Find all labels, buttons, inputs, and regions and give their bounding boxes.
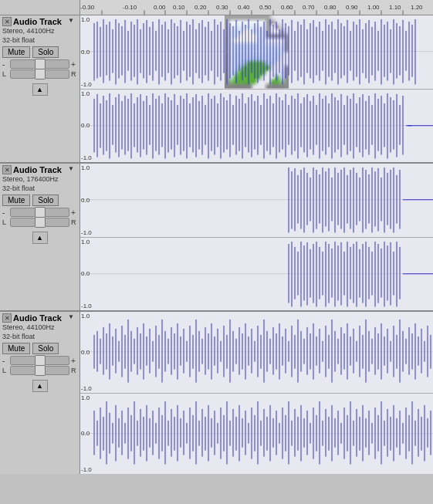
track-1-pan-row: L R [2, 69, 77, 79]
track-3-ch2-svg [80, 394, 433, 475]
track-3-channel-2: 1.0 0.0 -1.0 [80, 394, 433, 475]
track-2-mute-button[interactable]: Mute [2, 194, 30, 206]
svg-text:0.40: 0.40 [238, 5, 250, 12]
track-3-pan-r: R [71, 367, 77, 374]
svg-text:0.60: 0.60 [281, 5, 293, 12]
track-2: ✕ Audio Track ▼ Stereo, 176400Hz 32-bit … [0, 164, 433, 312]
track-2-vol-minus: - [2, 208, 8, 217]
track-3: ✕ Audio Track ▼ Stereo, 44100Hz 32-bit f… [0, 312, 433, 474]
track-1-collapse-button[interactable]: ▲ [32, 83, 48, 96]
track-1-ch2-svg [80, 90, 433, 163]
track-3-collapse-button[interactable]: ▲ [32, 380, 48, 392]
track-3-mute-button[interactable]: Mute [2, 343, 30, 354]
track-3-volume-slider[interactable] [10, 356, 69, 365]
svg-text:-0.10: -0.10 [123, 5, 137, 12]
svg-text:0.50: 0.50 [259, 5, 272, 12]
ruler-marks: -0.30 -0.10 0.00 0.10 0.20 0.30 0.40 0.5… [80, 0, 433, 15]
track-3-ch1-svg [80, 312, 433, 393]
track-2-close-button[interactable]: ✕ [2, 165, 12, 174]
track-1-mute-button[interactable]: Mute [2, 46, 30, 58]
track-2-header: ✕ Audio Track ▼ Stereo, 176400Hz 32-bit … [0, 164, 433, 310]
track-2-title-row: ✕ Audio Track ▼ [2, 165, 77, 174]
svg-text:1.10: 1.10 [389, 5, 401, 12]
track-3-solo-button[interactable]: Solo [32, 343, 59, 354]
svg-text:0.70: 0.70 [303, 5, 315, 12]
track-3-pan-thumb[interactable] [35, 365, 46, 376]
track-2-channel-2: 1.0 0.0 -1.0 [80, 238, 433, 311]
timeline-ruler: -0.30 -0.10 0.00 0.10 0.20 0.30 0.40 0.5… [0, 0, 433, 15]
track-1-title-row: ✕ Audio Track ▼ [2, 17, 77, 26]
track-1-ch1-svg: // Generate dense waveform polyline for … [80, 15, 433, 89]
track-1-pan-thumb[interactable] [35, 69, 46, 79]
track-3-volume-thumb[interactable] [35, 355, 46, 366]
track-3-title-row: ✕ Audio Track ▼ [2, 313, 77, 323]
track-1-channel-2: 1.0 0.0 -1.0 [80, 90, 433, 163]
track-1-pan-slider[interactable] [10, 69, 69, 79]
track-1-close-button[interactable]: ✕ [2, 17, 12, 26]
track-2-name: Audio Track [13, 165, 68, 174]
svg-text:0.90: 0.90 [346, 5, 358, 12]
track-1-volume-slider[interactable] [10, 59, 69, 69]
track-1-channel-1: 1.0 0.0 -1.0 // Generate dense waveform … [80, 15, 433, 90]
track-3-header: ✕ Audio Track ▼ Stereo, 44100Hz 32-bit f… [0, 312, 433, 474]
track-3-controls: ✕ Audio Track ▼ Stereo, 44100Hz 32-bit f… [0, 312, 80, 474]
track-3-close-button[interactable]: ✕ [2, 313, 12, 323]
track-1-waveform-area: 1.0 0.0 -1.0 // Generate dense waveform … [80, 15, 433, 162]
track-2-solo-button[interactable]: Solo [32, 194, 59, 206]
track-2-pan-thumb[interactable] [35, 217, 46, 228]
track-1-pan-r: R [71, 70, 77, 78]
track-2-vol-plus: + [71, 208, 77, 217]
track-3-dropdown-icon[interactable]: ▼ [68, 313, 77, 323]
track-3-mute-solo: Mute Solo [2, 343, 77, 354]
track-2-ch2-svg [80, 238, 433, 311]
track-2-waveform-area: 1.0 0.0 -1.0 1.0 0.0 -1.0 [80, 164, 433, 310]
track-3-vol-plus: + [71, 357, 77, 365]
track-2-mute-solo: Mute Solo [2, 194, 77, 206]
track-2-pan-row: L R [2, 218, 77, 227]
track-2-collapse-button[interactable]: ▲ [32, 232, 48, 244]
track-2-volume-slider[interactable] [10, 208, 69, 217]
svg-text:-0.30: -0.30 [80, 5, 95, 12]
track-1-info: Stereo, 44100Hz 32-bit float [2, 27, 77, 45]
ruler-svg: -0.30 -0.10 0.00 0.10 0.20 0.30 0.40 0.5… [80, 0, 433, 15]
track-2-pan-slider[interactable] [10, 218, 69, 227]
track-1-mute-solo: Mute Solo [2, 46, 77, 58]
track-2-pan-l: L [2, 218, 8, 226]
track-2-ch1-svg [80, 164, 433, 237]
track-3-pan-l: L [2, 367, 8, 374]
track-1-solo-button[interactable]: Solo [32, 46, 59, 58]
track-3-waveform-area: 1.0 0.0 -1.0 1.0 0.0 -1.0 [80, 312, 433, 474]
track-3-info: Stereo, 44100Hz 32-bit float [2, 323, 77, 341]
ruler-track-label [0, 0, 80, 15]
track-2-controls: ✕ Audio Track ▼ Stereo, 176400Hz 32-bit … [0, 164, 80, 310]
svg-text:0.00: 0.00 [154, 5, 166, 12]
track-3-vol-minus: - [2, 357, 8, 365]
track-1-header: ✕ Audio Track ▼ Stereo, 44100Hz 32-bit f… [0, 15, 433, 162]
track-1-volume-thumb[interactable] [35, 59, 46, 69]
track-2-pan-r: R [71, 218, 77, 226]
track-1-pan-l: L [2, 70, 8, 78]
track-2-volume-row: - + [2, 208, 77, 217]
track-1-vol-minus: - [2, 60, 8, 69]
track-1-dropdown-icon[interactable]: ▼ [68, 17, 77, 26]
track-3-channel-1: 1.0 0.0 -1.0 [80, 312, 433, 394]
svg-text:1.00: 1.00 [367, 5, 380, 12]
svg-text:1.20: 1.20 [411, 5, 423, 12]
track-3-name: Audio Track [13, 313, 68, 323]
track-3-pan-slider[interactable] [10, 366, 69, 375]
svg-text:0.80: 0.80 [324, 5, 337, 12]
svg-text:0.30: 0.30 [216, 5, 228, 12]
track-1-vol-plus: + [71, 60, 77, 69]
track-2-channel-1: 1.0 0.0 -1.0 [80, 164, 433, 238]
track-2-dropdown-icon[interactable]: ▼ [68, 165, 77, 174]
track-1-controls: ✕ Audio Track ▼ Stereo, 44100Hz 32-bit f… [0, 15, 80, 162]
track-1-volume-row: - + [2, 59, 77, 69]
track-2-volume-thumb[interactable] [35, 207, 46, 218]
svg-text:0.20: 0.20 [195, 5, 207, 12]
track-3-volume-row: - + [2, 356, 77, 365]
track-3-pan-row: L R [2, 366, 77, 375]
track-1-name: Audio Track [13, 17, 68, 26]
track-1: ✕ Audio Track ▼ Stereo, 44100Hz 32-bit f… [0, 15, 433, 164]
svg-text:0.10: 0.10 [173, 5, 185, 12]
track-2-info: Stereo, 176400Hz 32-bit float [2, 175, 77, 193]
